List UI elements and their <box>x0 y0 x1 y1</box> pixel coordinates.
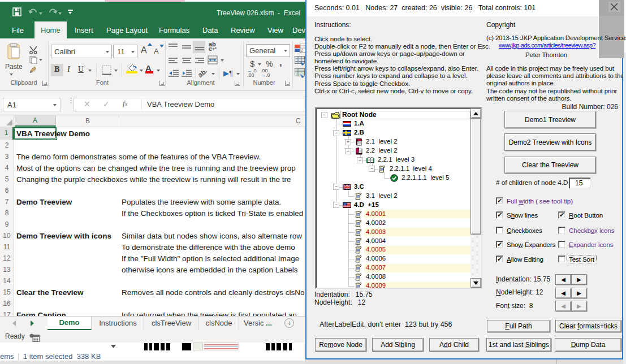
svg-text:≠: ≠ <box>301 48 304 53</box>
